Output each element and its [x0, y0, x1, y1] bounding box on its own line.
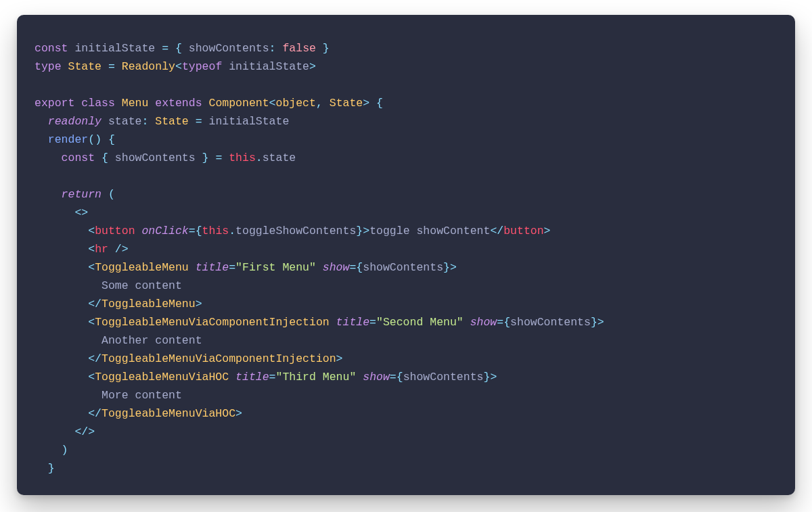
- property: state: [263, 152, 296, 164]
- identifier: showContents: [403, 371, 484, 383]
- operator-eq: =: [229, 261, 235, 274]
- tag-open-bracket: </: [88, 298, 102, 310]
- jsx-fragment-close: </>: [74, 425, 95, 438]
- brace-open: {: [397, 371, 403, 383]
- code-line-2: type State = Readonly<typeof initialStat…: [35, 60, 316, 73]
- operator-eq: =: [390, 371, 397, 383]
- tag-open-bracket: <: [88, 225, 95, 237]
- identifier: showContents: [363, 261, 443, 274]
- parens: (): [88, 133, 102, 146]
- angle-close: >: [363, 97, 369, 110]
- keyword-class: class: [81, 97, 115, 110]
- code-line-4: export class Menu extends Component<obje…: [35, 97, 383, 110]
- string-literal: "Third Menu": [276, 371, 357, 383]
- code-line-22: </>: [35, 425, 95, 438]
- code-line-23: ): [35, 444, 68, 457]
- jsx-attr: onClick: [141, 225, 188, 237]
- tag-close-bracket: >: [450, 261, 457, 274]
- angle-open: <: [175, 60, 182, 73]
- property: showContents: [189, 42, 269, 55]
- code-line-19: <ToggleableMenuViaHOC title="Third Menu"…: [35, 371, 497, 383]
- tag-close-bracket: >: [490, 371, 497, 383]
- code-line-5: readonly state: State = initialState: [35, 115, 289, 128]
- method-name: render: [48, 133, 88, 146]
- identifier: initialState: [74, 42, 155, 55]
- jsx-attr: title: [336, 316, 370, 329]
- paren-open: (: [108, 188, 115, 201]
- tag-open-bracket: </: [88, 352, 102, 365]
- jsx-text: toggle showContent: [369, 225, 490, 237]
- operator-eq: =: [196, 115, 202, 128]
- boolean-literal: false: [282, 42, 316, 55]
- code-line-21: </ToggleableMenuViaHOC>: [35, 407, 242, 420]
- jsx-component: ToggleableMenu: [95, 261, 189, 274]
- jsx-fragment-open: <>: [74, 206, 88, 219]
- code-card: const initialState = { showContents: fal…: [17, 15, 795, 495]
- code-line-14: Some content: [35, 279, 182, 292]
- comma: ,: [316, 97, 323, 110]
- operator-eq: =: [369, 316, 376, 329]
- string-literal: "Second Menu": [376, 316, 464, 329]
- brace-close: }: [483, 371, 490, 383]
- brace-open: {: [356, 261, 363, 274]
- code-line-18: </ToggleableMenuViaComponentInjection>: [35, 352, 343, 365]
- angle-close: >: [309, 60, 316, 73]
- tag-open-bracket: <: [88, 316, 95, 329]
- paren-close: ): [62, 444, 68, 457]
- type-param: State: [330, 97, 363, 110]
- brace-open: {: [503, 316, 510, 329]
- jsx-component: ToggleableMenuViaComponentInjection: [102, 352, 336, 365]
- tag-close-bracket: >: [235, 407, 242, 420]
- tag-close-bracket: >: [597, 316, 604, 329]
- string-literal: "First Menu": [235, 261, 316, 274]
- tag-close-bracket: >: [544, 225, 551, 237]
- operator-eq: =: [108, 60, 115, 73]
- brace-open: {: [376, 97, 383, 110]
- colon: :: [269, 42, 276, 55]
- type-ref: Readonly: [122, 60, 175, 73]
- keyword-type: type: [35, 60, 62, 73]
- brace-close: }: [202, 152, 209, 164]
- type-param: object: [276, 97, 316, 110]
- brace-close: }: [591, 316, 597, 329]
- keyword-const: const: [35, 42, 68, 55]
- jsx-attr: show: [363, 371, 390, 383]
- tag-open-bracket: </: [490, 225, 503, 237]
- code-line-17: Another content: [35, 334, 202, 347]
- keyword-return: return: [62, 188, 102, 201]
- code-line-15: </ToggleableMenu>: [35, 298, 202, 310]
- class-ref: Component: [208, 97, 269, 110]
- dot: .: [256, 152, 263, 164]
- jsx-attr: show: [323, 261, 350, 274]
- code-line-1: const initialState = { showContents: fal…: [35, 42, 330, 55]
- tag-open-bracket: <: [88, 243, 95, 256]
- jsx-tag: button: [503, 225, 543, 237]
- keyword-this: this: [202, 225, 229, 237]
- tag-open-bracket: <: [88, 371, 95, 383]
- keyword-this: this: [229, 152, 256, 164]
- keyword-typeof: typeof: [182, 60, 222, 73]
- code-line-20: More content: [35, 389, 182, 402]
- operator-eq: =: [162, 42, 168, 55]
- keyword-const: const: [62, 152, 95, 164]
- code-line-10: <>: [35, 206, 88, 219]
- identifier: initialState: [229, 60, 309, 73]
- keyword-extends: extends: [155, 97, 202, 110]
- jsx-component: ToggleableMenuViaHOC: [95, 371, 229, 383]
- jsx-text: More content: [102, 389, 182, 402]
- keyword-readonly: readonly: [48, 115, 102, 128]
- jsx-component: ToggleableMenuViaComponentInjection: [95, 316, 330, 329]
- operator-eq: =: [189, 225, 196, 237]
- code-line-11: <button onClick={this.toggleShowContents…: [35, 225, 551, 237]
- tag-close-bracket: >: [336, 352, 343, 365]
- brace-close: }: [356, 225, 363, 237]
- code-line-6: render() {: [35, 133, 115, 146]
- identifier: showContents: [510, 316, 591, 329]
- property: state: [108, 115, 142, 128]
- jsx-attr: title: [196, 261, 229, 274]
- brace-open: {: [108, 133, 115, 146]
- jsx-attr: show: [470, 316, 497, 329]
- colon: :: [141, 115, 148, 128]
- code-line-16: <ToggleableMenuViaComponentInjection tit…: [35, 316, 604, 329]
- property: toggleShowContents: [235, 225, 356, 237]
